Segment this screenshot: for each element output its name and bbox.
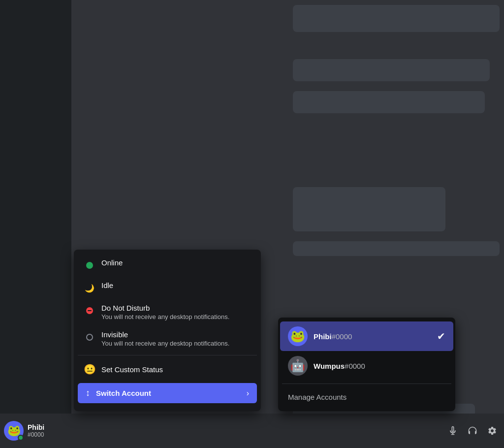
custom-status-icon: 😐	[84, 363, 95, 375]
invisible-text-block: Invisible You will not receive any deskt…	[101, 330, 229, 347]
invisible-icon	[84, 331, 95, 343]
account-item-wumpus[interactable]: 🤖 Wumpus#0000	[280, 351, 453, 381]
headphone-button[interactable]	[465, 423, 480, 439]
mic-button[interactable]	[445, 423, 461, 439]
phibi-name: Phibi#0000	[314, 332, 437, 341]
username: Phibi	[28, 423, 445, 431]
wumpus-tag: #0000	[345, 362, 365, 370]
idle-text-block: Idle	[101, 281, 113, 289]
bottom-icons	[445, 423, 500, 439]
bg-rect-2	[293, 59, 490, 81]
phibi-checkmark-icon: ✔	[437, 330, 445, 342]
status-dnd[interactable]: Do Not Disturb You will not receive any …	[76, 299, 259, 325]
manage-accounts-item[interactable]: Manage Accounts	[278, 387, 455, 407]
manage-accounts-label: Manage Accounts	[288, 393, 346, 401]
phibi-tag: #0000	[332, 332, 352, 341]
online-text-block: Online	[101, 258, 123, 267]
account-divider	[282, 384, 451, 384]
status-online[interactable]: Online	[76, 254, 259, 276]
user-discriminator: #0000	[28, 431, 445, 438]
dnd-text-block: Do Not Disturb You will not receive any …	[101, 304, 229, 320]
idle-icon: 🌙	[84, 282, 95, 294]
wumpus-avatar: 🤖	[288, 356, 308, 376]
account-item-phibi[interactable]: 🐸 Phibi#0000 ✔	[280, 321, 453, 351]
switch-account-button[interactable]: ↕ Switch Account ›	[78, 383, 257, 403]
invisible-label: Invisible	[101, 330, 229, 339]
idle-label: Idle	[101, 281, 113, 289]
custom-status-item[interactable]: 😐 Set Custom Status	[76, 358, 259, 380]
user-status-dot	[18, 435, 24, 441]
bg-rect-5	[293, 241, 500, 256]
sidebar-bg	[0, 0, 71, 448]
invisible-desc: You will not receive any desktop notific…	[101, 340, 229, 347]
wumpus-name: Wumpus#0000	[314, 362, 445, 370]
dnd-icon	[84, 305, 95, 317]
user-avatar[interactable]: 🐸	[4, 421, 24, 441]
switch-account-label: Switch Account	[96, 389, 247, 397]
custom-status-label: Set Custom Status	[101, 365, 163, 374]
dnd-label: Do Not Disturb	[101, 304, 229, 312]
status-menu: Online 🌙 Idle Do Not Disturb You will no…	[74, 250, 261, 411]
phibi-avatar: 🐸	[288, 326, 308, 346]
dnd-desc: You will not receive any desktop notific…	[101, 313, 229, 320]
settings-button[interactable]	[484, 423, 500, 439]
bg-rect-4	[293, 187, 445, 231]
online-icon	[84, 259, 95, 271]
headphone-icon	[468, 426, 477, 436]
user-info: Phibi #0000	[28, 423, 445, 438]
settings-icon	[487, 426, 497, 436]
status-idle[interactable]: 🌙 Idle	[76, 276, 259, 299]
switch-account-icon: ↕	[86, 388, 90, 398]
bottom-bar: 🐸 Phibi #0000	[0, 414, 504, 448]
status-invisible[interactable]: Invisible You will not receive any deskt…	[76, 325, 259, 352]
menu-divider-1	[78, 355, 257, 355]
bg-rect-1	[293, 5, 500, 32]
bg-rect-3	[293, 91, 485, 113]
online-label: Online	[101, 258, 123, 267]
account-submenu: 🐸 Phibi#0000 ✔ 🤖 Wumpus#0000 Manage Acco…	[278, 318, 455, 411]
mic-icon	[448, 426, 458, 436]
switch-account-arrow-icon: ›	[247, 389, 249, 398]
